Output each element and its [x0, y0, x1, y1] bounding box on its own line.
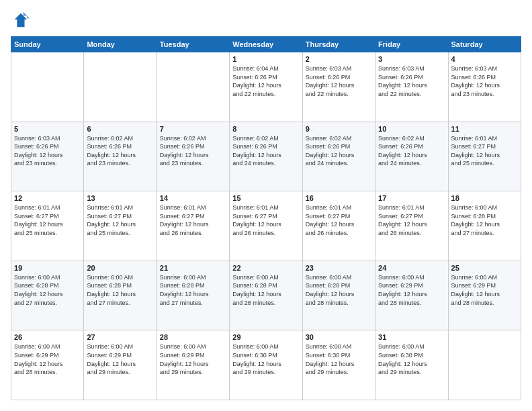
day-info: Sunrise: 6:01 AM Sunset: 6:27 PM Dayligh… — [451, 134, 518, 168]
calendar-week-1: 1Sunrise: 6:04 AM Sunset: 6:26 PM Daylig… — [11, 52, 521, 122]
day-number: 12 — [14, 194, 81, 202]
day-info: Sunrise: 6:00 AM Sunset: 6:30 PM Dayligh… — [232, 342, 299, 376]
day-number: 3 — [378, 55, 445, 63]
day-number: 23 — [306, 264, 372, 272]
calendar-week-3: 12Sunrise: 6:01 AM Sunset: 6:27 PM Dayli… — [11, 191, 521, 261]
day-info: Sunrise: 6:00 AM Sunset: 6:28 PM Dayligh… — [306, 273, 372, 307]
day-info: Sunrise: 6:00 AM Sunset: 6:30 PM Dayligh… — [306, 342, 372, 376]
calendar-cell: 8Sunrise: 6:02 AM Sunset: 6:26 PM Daylig… — [230, 122, 302, 191]
calendar-cell — [84, 52, 157, 122]
day-number: 24 — [378, 264, 445, 272]
calendar-cell: 30Sunrise: 6:00 AM Sunset: 6:30 PM Dayli… — [302, 330, 375, 400]
day-info: Sunrise: 6:01 AM Sunset: 6:27 PM Dayligh… — [160, 203, 226, 237]
day-number: 4 — [451, 55, 518, 63]
calendar-header-wednesday: Wednesday — [230, 37, 302, 52]
day-number: 27 — [87, 333, 153, 341]
day-number: 2 — [306, 55, 372, 63]
day-info: Sunrise: 6:03 AM Sunset: 6:26 PM Dayligh… — [14, 134, 81, 168]
day-info: Sunrise: 6:00 AM Sunset: 6:28 PM Dayligh… — [14, 273, 81, 307]
calendar-week-4: 19Sunrise: 6:00 AM Sunset: 6:28 PM Dayli… — [11, 261, 521, 330]
day-number: 21 — [160, 264, 226, 272]
day-number: 9 — [306, 125, 372, 133]
calendar-header-thursday: Thursday — [302, 37, 375, 52]
calendar-header-saturday: Saturday — [448, 37, 521, 52]
page: SundayMondayTuesdayWednesdayThursdayFrid… — [0, 0, 532, 411]
day-number: 14 — [160, 194, 226, 202]
day-number: 25 — [451, 264, 518, 272]
calendar-cell: 26Sunrise: 6:00 AM Sunset: 6:29 PM Dayli… — [11, 330, 84, 400]
calendar-cell: 31Sunrise: 6:00 AM Sunset: 6:30 PM Dayli… — [375, 330, 448, 400]
day-info: Sunrise: 6:00 AM Sunset: 6:29 PM Dayligh… — [451, 273, 518, 307]
calendar-header-sunday: Sunday — [11, 37, 84, 52]
day-number: 17 — [378, 194, 445, 202]
day-info: Sunrise: 6:02 AM Sunset: 6:26 PM Dayligh… — [232, 134, 299, 168]
day-info: Sunrise: 6:00 AM Sunset: 6:28 PM Dayligh… — [87, 273, 153, 307]
day-info: Sunrise: 6:01 AM Sunset: 6:27 PM Dayligh… — [378, 203, 445, 237]
day-info: Sunrise: 6:03 AM Sunset: 6:26 PM Dayligh… — [306, 64, 372, 98]
day-number: 28 — [160, 333, 226, 341]
calendar-cell: 22Sunrise: 6:00 AM Sunset: 6:28 PM Dayli… — [230, 261, 302, 330]
day-number: 26 — [14, 333, 81, 341]
logo — [11, 11, 32, 30]
calendar-cell: 14Sunrise: 6:01 AM Sunset: 6:27 PM Dayli… — [157, 191, 229, 261]
day-info: Sunrise: 6:01 AM Sunset: 6:27 PM Dayligh… — [232, 203, 299, 237]
calendar-cell — [448, 330, 521, 400]
calendar-week-5: 26Sunrise: 6:00 AM Sunset: 6:29 PM Dayli… — [11, 330, 521, 400]
day-info: Sunrise: 6:00 AM Sunset: 6:29 PM Dayligh… — [14, 342, 81, 376]
calendar-cell — [157, 52, 229, 122]
day-info: Sunrise: 6:00 AM Sunset: 6:29 PM Dayligh… — [160, 342, 226, 376]
day-info: Sunrise: 6:00 AM Sunset: 6:29 PM Dayligh… — [87, 342, 153, 376]
day-info: Sunrise: 6:00 AM Sunset: 6:29 PM Dayligh… — [378, 273, 445, 307]
calendar-cell: 2Sunrise: 6:03 AM Sunset: 6:26 PM Daylig… — [302, 52, 375, 122]
calendar-cell: 28Sunrise: 6:00 AM Sunset: 6:29 PM Dayli… — [157, 330, 229, 400]
calendar-cell — [11, 52, 84, 122]
day-number: 15 — [232, 194, 299, 202]
day-number: 16 — [306, 194, 372, 202]
calendar-cell: 16Sunrise: 6:01 AM Sunset: 6:27 PM Dayli… — [302, 191, 375, 261]
day-number: 11 — [451, 125, 518, 133]
calendar-cell: 27Sunrise: 6:00 AM Sunset: 6:29 PM Dayli… — [84, 330, 157, 400]
calendar-cell: 23Sunrise: 6:00 AM Sunset: 6:28 PM Dayli… — [302, 261, 375, 330]
day-info: Sunrise: 6:01 AM Sunset: 6:27 PM Dayligh… — [14, 203, 81, 237]
calendar-header-tuesday: Tuesday — [157, 37, 229, 52]
calendar-cell: 7Sunrise: 6:02 AM Sunset: 6:26 PM Daylig… — [157, 122, 229, 191]
calendar-cell: 20Sunrise: 6:00 AM Sunset: 6:28 PM Dayli… — [84, 261, 157, 330]
calendar-cell: 1Sunrise: 6:04 AM Sunset: 6:26 PM Daylig… — [230, 52, 302, 122]
calendar-cell: 19Sunrise: 6:00 AM Sunset: 6:28 PM Dayli… — [11, 261, 84, 330]
day-info: Sunrise: 6:02 AM Sunset: 6:26 PM Dayligh… — [306, 134, 372, 168]
day-number: 5 — [14, 125, 81, 133]
day-number: 29 — [232, 333, 299, 341]
day-info: Sunrise: 6:02 AM Sunset: 6:26 PM Dayligh… — [160, 134, 226, 168]
day-info: Sunrise: 6:00 AM Sunset: 6:28 PM Dayligh… — [451, 203, 518, 237]
day-info: Sunrise: 6:03 AM Sunset: 6:26 PM Dayligh… — [451, 64, 518, 98]
day-number: 6 — [87, 125, 153, 133]
day-number: 10 — [378, 125, 445, 133]
calendar-cell: 24Sunrise: 6:00 AM Sunset: 6:29 PM Dayli… — [375, 261, 448, 330]
day-info: Sunrise: 6:04 AM Sunset: 6:26 PM Dayligh… — [232, 64, 299, 98]
calendar-week-2: 5Sunrise: 6:03 AM Sunset: 6:26 PM Daylig… — [11, 122, 521, 191]
day-info: Sunrise: 6:02 AM Sunset: 6:26 PM Dayligh… — [87, 134, 153, 168]
calendar-cell: 29Sunrise: 6:00 AM Sunset: 6:30 PM Dayli… — [230, 330, 302, 400]
calendar-header-monday: Monday — [84, 37, 157, 52]
day-number: 20 — [87, 264, 153, 272]
calendar-cell: 6Sunrise: 6:02 AM Sunset: 6:26 PM Daylig… — [84, 122, 157, 191]
calendar-cell: 10Sunrise: 6:02 AM Sunset: 6:26 PM Dayli… — [375, 122, 448, 191]
calendar-cell: 21Sunrise: 6:00 AM Sunset: 6:28 PM Dayli… — [157, 261, 229, 330]
calendar-cell: 4Sunrise: 6:03 AM Sunset: 6:26 PM Daylig… — [448, 52, 521, 122]
calendar-header-friday: Friday — [375, 37, 448, 52]
day-info: Sunrise: 6:01 AM Sunset: 6:27 PM Dayligh… — [306, 203, 372, 237]
day-info: Sunrise: 6:00 AM Sunset: 6:28 PM Dayligh… — [160, 273, 226, 307]
calendar-cell: 25Sunrise: 6:00 AM Sunset: 6:29 PM Dayli… — [448, 261, 521, 330]
day-number: 31 — [378, 333, 445, 341]
day-number: 18 — [451, 194, 518, 202]
day-number: 30 — [306, 333, 372, 341]
day-number: 1 — [232, 55, 299, 63]
calendar-cell: 12Sunrise: 6:01 AM Sunset: 6:27 PM Dayli… — [11, 191, 84, 261]
calendar-cell: 13Sunrise: 6:01 AM Sunset: 6:27 PM Dayli… — [84, 191, 157, 261]
day-number: 7 — [160, 125, 226, 133]
calendar-table: SundayMondayTuesdayWednesdayThursdayFrid… — [11, 36, 521, 400]
calendar-cell: 3Sunrise: 6:03 AM Sunset: 6:26 PM Daylig… — [375, 52, 448, 122]
day-info: Sunrise: 6:01 AM Sunset: 6:27 PM Dayligh… — [87, 203, 153, 237]
day-number: 13 — [87, 194, 153, 202]
calendar-cell: 5Sunrise: 6:03 AM Sunset: 6:26 PM Daylig… — [11, 122, 84, 191]
